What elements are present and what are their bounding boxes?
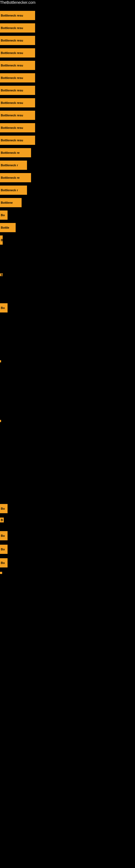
bar-item: Bottleneck r bbox=[0, 161, 27, 170]
site-header: TheBottlenecker.com bbox=[0, 0, 135, 5]
bar-item: b bbox=[0, 273, 3, 276]
bar-label: Bottleneck resu bbox=[0, 126, 24, 129]
bar-item: Bottleneck resu bbox=[0, 135, 35, 145]
bar-label: B bbox=[0, 239, 3, 242]
bar-item bbox=[0, 360, 1, 362]
bar-item: Bottleneck resu bbox=[0, 11, 35, 20]
bar-item: Bottleneck r bbox=[0, 186, 27, 195]
bar-item: Bottleneck resu bbox=[0, 73, 35, 83]
bar-label: Bo bbox=[0, 561, 6, 564]
bar-item: B bbox=[0, 518, 4, 522]
bar-label: Bottleneck resu bbox=[0, 76, 24, 80]
bar-label: B bbox=[0, 518, 4, 522]
bar-item: Bo bbox=[0, 504, 8, 513]
bar-item: Bo bbox=[0, 558, 8, 567]
bar-label: Bottleneck resu bbox=[0, 138, 24, 142]
bar-label: Bottleneck resu bbox=[0, 51, 24, 55]
bar-label: b bbox=[0, 273, 3, 276]
bar-label: Bo bbox=[0, 548, 6, 551]
bar-item: Bottleneck resu bbox=[0, 61, 35, 70]
bar-label: Bottleneck resu bbox=[0, 26, 24, 30]
bar-item: Bottleneck re bbox=[0, 173, 31, 182]
bar-item: Bottleneck re bbox=[0, 148, 31, 157]
bar-label: Bo bbox=[0, 534, 6, 537]
bar-item: Bo bbox=[0, 303, 8, 312]
bar-item: Bo bbox=[0, 211, 8, 220]
bar-item: Bottleneck resu bbox=[0, 48, 35, 58]
bar-item: Bottleneck resu bbox=[0, 23, 35, 33]
bar-label: Bottleneck re bbox=[0, 176, 20, 179]
bar-label: Bottlene bbox=[0, 201, 13, 204]
bar-item: Bottleneck resu bbox=[0, 123, 35, 132]
bar-item: Bo bbox=[0, 531, 8, 540]
bar-item bbox=[0, 572, 2, 574]
bar-item: Bottleneck resu bbox=[0, 86, 35, 95]
bar-label: Bo bbox=[0, 214, 6, 217]
bar-label: Bottleneck resu bbox=[0, 114, 24, 117]
bar-label: Bottleneck r bbox=[0, 163, 19, 167]
bar-item: Bo bbox=[0, 545, 8, 554]
bar-item: B bbox=[0, 236, 3, 245]
bar-item: Bottlene bbox=[0, 198, 21, 207]
bar-label: Bottleneck resu bbox=[0, 14, 24, 17]
bar-label: Bo bbox=[0, 306, 6, 310]
bar-item: Bottleneck resu bbox=[0, 111, 35, 120]
bar-item: Bottle bbox=[0, 223, 16, 232]
bar-label: Bottleneck resu bbox=[0, 64, 24, 67]
bar-label: Bottleneck r bbox=[0, 188, 19, 192]
bar-item bbox=[0, 420, 1, 422]
bar-label: Bottleneck resu bbox=[0, 39, 24, 42]
bar-label: Bottle bbox=[0, 226, 10, 229]
bar-label: Bottleneck re bbox=[0, 151, 20, 154]
bar-item: Bottleneck resu bbox=[0, 98, 35, 107]
bar-label: Bottleneck resu bbox=[0, 89, 24, 92]
bar-label: Bottleneck resu bbox=[0, 101, 24, 104]
bar-label: Bo bbox=[0, 507, 6, 510]
bar-item: Bottleneck resu bbox=[0, 36, 35, 45]
